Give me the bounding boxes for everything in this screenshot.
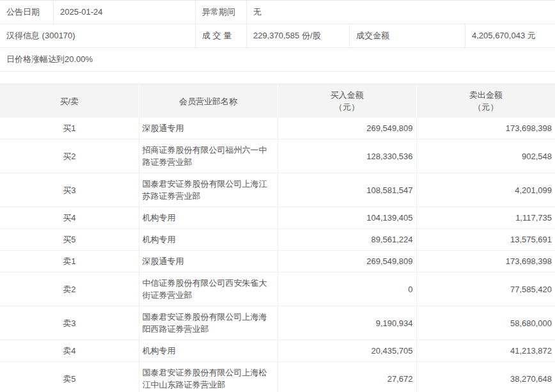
branch-name-cell: 国泰君安证券股份有限公司上海海阳西路证券营业部 <box>139 306 278 340</box>
table-row: 卖1 深股通专用 269,549,809 173,698,398 <box>0 251 555 272</box>
sell-amount-cell: 902,548 <box>416 139 555 173</box>
stock-name: 汉得信息 (300170) <box>0 24 195 48</box>
turnover-label: 成交金额 <box>349 24 465 48</box>
sell-amount-cell: 173,698,398 <box>416 251 555 272</box>
table-row: 买5 机构专用 89,561,224 13,575,691 <box>0 229 555 251</box>
buy-amount-cell: 128,330,536 <box>278 139 416 173</box>
buy-amount-cell: 89,561,224 <box>278 229 416 251</box>
branch-name-cell: 国泰君安证券股份有限公司上海松江中山东路证券营业部 <box>139 362 278 392</box>
buy-amount-cell: 104,139,405 <box>278 207 416 229</box>
table-row: 卖3 国泰君安证券股份有限公司上海海阳西路证券营业部 9,190,934 58,… <box>0 306 555 340</box>
turnover-value: 4,205,670,043 元 <box>465 24 555 48</box>
buy-amount-cell: 0 <box>278 272 416 306</box>
col-header-buy-amount-sub: （元） <box>281 101 413 113</box>
announce-date-label: 公告日期 <box>0 1 53 24</box>
sell-amount-cell: 41,213,872 <box>416 340 555 362</box>
col-header-side: 买/卖 <box>0 84 139 118</box>
seat-rank-cell: 卖2 <box>0 272 139 306</box>
buy-amount-cell: 269,549,809 <box>278 251 416 272</box>
seat-rank-cell: 卖3 <box>0 306 139 340</box>
volume-label: 成 交 量 <box>195 24 246 48</box>
branch-name-cell: 中信证券股份有限公司西安朱雀大街证券营业部 <box>139 272 278 306</box>
buy-amount-cell: 9,190,934 <box>278 306 416 340</box>
sell-amount-cell: 58,680,000 <box>416 306 555 340</box>
abnormal-reason: 日价格涨幅达到20.00% <box>0 48 555 72</box>
branch-name-cell: 机构专用 <box>139 229 278 251</box>
seat-rank-cell: 买4 <box>0 207 139 229</box>
buy-amount-cell: 108,581,547 <box>278 173 416 207</box>
seat-rank-cell: 买1 <box>0 118 139 139</box>
sell-amount-cell: 4,201,099 <box>416 173 555 207</box>
branch-name-cell: 深股通专用 <box>139 118 278 139</box>
col-header-sell-amount-sub: （元） <box>420 101 552 113</box>
col-header-buy-amount: 买入金额 （元） <box>278 84 416 118</box>
table-header: 买/卖 会员营业部名称 买入金额 （元） 卖出金额 （元） <box>0 84 555 118</box>
buy-amount-cell: 269,549,809 <box>278 118 416 139</box>
header-row: 买/卖 会员营业部名称 买入金额 （元） 卖出金额 （元） <box>0 84 555 118</box>
col-header-branch: 会员营业部名称 <box>139 84 278 118</box>
col-header-sell-amount-label: 卖出金额 <box>420 89 552 101</box>
branch-name-cell: 机构专用 <box>139 340 278 362</box>
sell-amount-cell: 173,698,398 <box>416 118 555 139</box>
buy-amount-cell: 27,672 <box>278 362 416 392</box>
stock-summary-panel: 公告日期 2025-01-24 异常期间 无 汉得信息 (300170) 成 交… <box>0 0 555 72</box>
buy-amount-cell: 20,435,705 <box>278 340 416 362</box>
col-header-side-label: 买/卖 <box>3 95 136 107</box>
sell-amount-cell: 77,585,420 <box>416 272 555 306</box>
table-row: 卖5 国泰君安证券股份有限公司上海松江中山东路证券营业部 27,672 38,2… <box>0 362 555 392</box>
seat-rank-cell: 卖4 <box>0 340 139 362</box>
section-gap <box>0 72 555 84</box>
sell-amount-cell: 13,575,691 <box>416 229 555 251</box>
table-row: 买4 机构专用 104,139,405 1,117,735 <box>0 207 555 229</box>
branch-name-cell: 机构专用 <box>139 207 278 229</box>
table-row: 买2 招商证券股份有限公司福州六一中路证券营业部 128,330,536 902… <box>0 139 555 173</box>
branch-name-cell: 国泰君安证券股份有限公司上海江苏路证券营业部 <box>139 173 278 207</box>
table-row: 卖2 中信证券股份有限公司西安朱雀大街证券营业部 0 77,585,420 <box>0 272 555 306</box>
sell-amount-cell: 1,117,735 <box>416 207 555 229</box>
branch-name-cell: 深股通专用 <box>139 251 278 272</box>
table-row: 买1 深股通专用 269,549,809 173,698,398 <box>0 118 555 139</box>
table-body: 买1 深股通专用 269,549,809 173,698,398 买2 招商证券… <box>0 118 555 392</box>
seat-rank-cell: 卖1 <box>0 251 139 272</box>
sell-amount-cell: 38,270,648 <box>416 362 555 392</box>
seat-rank-cell: 卖5 <box>0 362 139 392</box>
table-row: 卖4 机构专用 20,435,705 41,213,872 <box>0 340 555 362</box>
col-header-buy-amount-label: 买入金额 <box>281 89 413 101</box>
broker-seats-table: 买/卖 会员营业部名称 买入金额 （元） 卖出金额 （元） 买1 深股通专用 2… <box>0 84 555 392</box>
seat-rank-cell: 买5 <box>0 229 139 251</box>
col-header-sell-amount: 卖出金额 （元） <box>416 84 555 118</box>
table-row: 买3 国泰君安证券股份有限公司上海江苏路证券营业部 108,581,547 4,… <box>0 173 555 207</box>
abnormal-period-value: 无 <box>246 1 555 24</box>
branch-name-cell: 招商证券股份有限公司福州六一中路证券营业部 <box>139 139 278 173</box>
volume-value: 229,370,585 份/股 <box>246 24 349 48</box>
col-header-branch-label: 会员营业部名称 <box>143 95 274 107</box>
announce-date-value: 2025-01-24 <box>53 1 195 24</box>
abnormal-period-label: 异常期间 <box>195 1 246 24</box>
seat-rank-cell: 买2 <box>0 139 139 173</box>
seat-rank-cell: 买3 <box>0 173 139 207</box>
